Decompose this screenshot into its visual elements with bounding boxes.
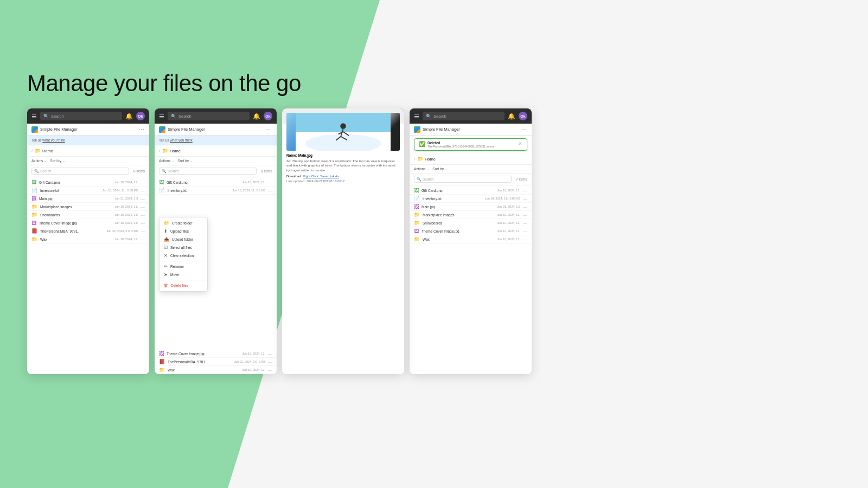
search-bar-4[interactable]: 🔍 Search	[423, 112, 505, 120]
actions-btn-1[interactable]: Actions ⌄	[31, 159, 47, 163]
skier-svg	[286, 113, 400, 151]
banner-link-1[interactable]: what you think	[42, 138, 65, 142]
filelist-1: 🖼 Gift Card.png Jun 10, 2024, 11: — 📄 In…	[27, 177, 149, 245]
app-icon-2	[159, 126, 165, 133]
breadcrumb-1: / 📁 Home	[27, 145, 149, 157]
file-item[interactable]: 📁 Snowboards Jun 10, 2024, 11: —	[410, 219, 532, 227]
avatar-4[interactable]: Ok	[519, 112, 527, 120]
search-inner-2[interactable]: 🔍 Search	[159, 168, 257, 175]
bell-icon-1[interactable]: 🔔	[125, 113, 133, 120]
rename-label: Rename	[170, 265, 184, 268]
menu-upload-files[interactable]: ⬆ Upload files	[159, 227, 207, 235]
file-item[interactable]: 🖼 Gift Card.png Jun 10, 2024, 11: —	[155, 178, 277, 187]
file-item[interactable]: 📄 Inventory.txt Jun 10, 2024, 11: 0.08 K…	[27, 187, 149, 195]
slash-1: /	[31, 149, 33, 153]
svg-point-3	[340, 123, 346, 129]
file-item[interactable]: 🖼 Theme Cover Image.jpg Jun 10, 2024, 11…	[410, 227, 532, 235]
topbar-2: ☰ 🔍 Search 🔔 Ok	[155, 108, 277, 124]
download-link[interactable]: Right Click: Save Link As	[303, 175, 339, 178]
file-item[interactable]: 🖼 Gift Card.png Jun 10, 2024, 11: —	[27, 178, 149, 187]
clear-icon: ✕	[164, 253, 168, 258]
file-icon-pdf: 📕	[31, 228, 37, 234]
avatar-1[interactable]: Ok	[136, 112, 145, 120]
file-item[interactable]: 🖼 Theme Cover Image.jpg Jun 10, 2024, 11…	[27, 219, 149, 227]
search-bar-2[interactable]: 🔍 Search	[168, 112, 250, 120]
search-inner-1[interactable]: 🔍 Search	[31, 168, 129, 175]
search-bar-1[interactable]: 🔍 Search	[40, 112, 122, 120]
breadcrumb-label-4[interactable]: Home	[425, 157, 436, 162]
inner-search-4: 🔍 Search 7 items	[410, 174, 532, 185]
items-count-2: 8 items	[261, 169, 272, 173]
menu-move[interactable]: ➤ Move	[159, 271, 207, 279]
banner-1: Tell us what you think	[27, 136, 149, 145]
search-icon-4: 🔍	[426, 114, 431, 119]
create-folder-icon: 📁	[164, 221, 169, 226]
breadcrumb-2: / 📁 Home	[155, 145, 277, 157]
file-item[interactable]: 📁 Marketplace Images Jun 10, 2024, 11: —	[410, 211, 532, 219]
app-title-4: Simple File Manager	[423, 127, 460, 132]
appbar-1: Simple File Manager ···	[27, 124, 149, 136]
clear-label: Clear selection	[170, 254, 194, 258]
screenshots-container: ☰ 🔍 Search 🔔 Ok Simple File Manager ··· …	[27, 108, 532, 374]
file-item[interactable]: 🖼 Main.jpg Jun 21, 2024, 1:3 —	[27, 195, 149, 203]
file-item[interactable]: 📁 Snowboards Jun 10, 2024, 11: —	[27, 211, 149, 219]
file-item[interactable]: 📁 Wax Jun 10, 2024, 11: —	[155, 366, 277, 374]
actions-btn-2[interactable]: Actions ⌄	[159, 159, 174, 163]
file-item[interactable]: 📕 ThePersonalMBA_9781... Jun 22, 2024, 3…	[155, 358, 277, 366]
search-inner-icon-4: 🔍	[417, 177, 422, 182]
menu-icon-1[interactable]: ☰	[31, 113, 37, 120]
file-item[interactable]: 🖼 Main.jpg Jun 21, 2024, 1:3 —	[410, 203, 532, 211]
file-item[interactable]: 📁 Marketplace Images Jun 10, 2024, 11: —	[27, 203, 149, 211]
file-item[interactable]: 📁 Wax Jun 10, 2024, 11: —	[27, 235, 149, 243]
file-item[interactable]: 📁 Wax Jun 10, 2024, 11: —	[410, 235, 532, 243]
menu-icon-2[interactable]: ☰	[159, 113, 164, 120]
menu-select-all[interactable]: ☑ Select all files	[159, 243, 207, 252]
menu-create-folder[interactable]: 📁 Create folder	[159, 219, 207, 227]
file-item[interactable]: 📄 Inventory.txt Jun 10, 2024, 11: 0.08 K…	[410, 195, 532, 203]
menu-icon-4[interactable]: ☰	[414, 113, 419, 120]
breadcrumb-label-2[interactable]: Home	[170, 149, 181, 153]
menu-rename[interactable]: ✏ Rename	[159, 262, 207, 271]
avatar-2[interactable]: Ok	[264, 112, 272, 120]
menu-clear-selection[interactable]: ✕ Clear selection	[159, 252, 207, 260]
file-item[interactable]: 📄 Inventory.txt Jun 10, 2024, 11: 0.0 KB…	[155, 187, 277, 195]
sortby-btn-2[interactable]: Sort by ⌄	[177, 159, 193, 163]
folder-icon-2: 📁	[162, 148, 168, 153]
sortby-btn-4[interactable]: Sort by ⌄	[432, 167, 448, 171]
context-menu: 📁 Create folder ⬆ Upload files 📤 Upload …	[159, 217, 208, 292]
file-item[interactable]: 🖼 Theme Cover Image.jpg Jun 10, 2024, 11…	[155, 350, 277, 358]
file-icon-png: 🖼	[31, 179, 36, 185]
file-icon-folder: 📁	[31, 236, 37, 242]
actions-btn-4[interactable]: Actions ⌄	[414, 167, 429, 171]
file-icon-folder: 📁	[31, 212, 37, 217]
sortby-btn-1[interactable]: Sort by ⌄	[50, 159, 65, 163]
file-item[interactable]: 🖼 Gift Card.png Jun 10, 2024, 11: —	[410, 187, 532, 195]
preview-updated: Last updated: 2024-06-21T08:38:18.601Z	[286, 179, 400, 183]
search-icon-2: 🔍	[171, 114, 176, 119]
delete-icon: 🗑	[164, 283, 168, 288]
menu-separator	[159, 261, 207, 261]
breadcrumb-4: / 📁 Home	[410, 153, 532, 165]
search-inner-4[interactable]: 🔍 Search	[414, 176, 512, 183]
app-more-1[interactable]: ···	[139, 126, 145, 132]
toast-close-btn[interactable]: ✕	[518, 141, 522, 146]
menu-delete[interactable]: 🗑 Delete files	[159, 281, 207, 290]
app-more-4[interactable]: ···	[521, 126, 527, 132]
search-text-4: Search	[433, 114, 446, 119]
menu-upload-folder[interactable]: 📤 Upload folder	[159, 235, 207, 243]
file-item[interactable]: 📕 ThePersonalMBA_9781... Jun 22, 2024, 3…	[27, 227, 149, 235]
app-more-2[interactable]: ···	[266, 126, 272, 132]
page-headline: Manage your files on the go	[27, 70, 301, 97]
app-icon-4	[414, 126, 420, 133]
preview-overlay: Name: Main.jpg Alt: The top and bottom v…	[282, 108, 404, 374]
bell-icon-4[interactable]: 🔔	[508, 113, 515, 120]
app-title-1: Simple File Manager	[40, 127, 78, 132]
banner-link-2[interactable]: what you think	[170, 138, 193, 142]
file-icon-jpg: 🖼	[31, 196, 36, 201]
preview-image	[286, 113, 400, 151]
breadcrumb-label-1[interactable]: Home	[42, 149, 53, 153]
file-icon-jpg: 🖼	[31, 220, 36, 226]
appbar-2: Simple File Manager ···	[155, 124, 277, 136]
folder-icon-1: 📁	[35, 148, 41, 153]
bell-icon-2[interactable]: 🔔	[253, 113, 260, 120]
